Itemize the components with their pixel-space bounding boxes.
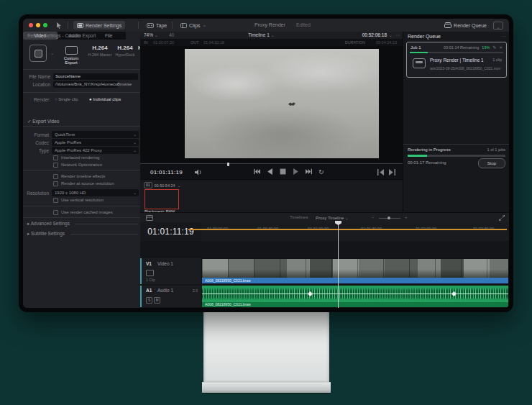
remove-job-icon[interactable]: ✕ [499, 45, 503, 50]
network-optimization-checkbox[interactable]: Network Optimization [53, 163, 102, 168]
tape-button[interactable]: Tape [143, 21, 170, 29]
resolution-dropdown[interactable]: 1920 x 1080 HD⌄ [52, 189, 139, 196]
out-label: OUT [191, 40, 199, 45]
video-clip-bar[interactable]: A008_08218950_C021.braw [202, 278, 508, 283]
timeline-selector[interactable]: Timeline 1 ⌄ [248, 32, 275, 38]
type-dropdown[interactable]: Apple ProRes 422 Proxy⌄ [52, 147, 139, 154]
render-job-card[interactable]: Job 1 00:01:14 Remaining 19% ✎ ✕ Proxy R… [406, 42, 507, 78]
checkbox-icon [53, 210, 58, 215]
export-video-checkbox[interactable]: ✓ Export Video [27, 119, 59, 124]
cursor-tool-icon[interactable] [56, 22, 62, 29]
zoom-window-button[interactable] [43, 23, 47, 27]
viewer-timecode: 00:52:06:18 [362, 32, 387, 37]
arrow-right-icon: ▸ [27, 221, 29, 226]
checkbox-icon [53, 174, 58, 179]
zoom-in-icon[interactable]: + [405, 215, 408, 219]
zoom-slider-handle[interactable] [387, 217, 390, 219]
render-status: Rendering in Progress [408, 147, 451, 152]
browse-button[interactable]: Browse [117, 82, 132, 86]
location-input[interactable]: /Volumes/Bnk_NY/Krsp/Homecoming_NR5/D [53, 81, 118, 88]
viewer-subheader: IN 01:00:07:20 OUT 01:04:32:18 DURATION … [140, 39, 403, 46]
timeline-tracks: V1 Video 1 1 Clip A008_08218950_C021.bra… [140, 241, 509, 308]
vertical-resolution-checkbox[interactable]: Use vertical resolution [53, 198, 104, 203]
play-icon[interactable] [293, 168, 299, 175]
subtitle-settings-section[interactable]: ▸ Subtitle Settings [27, 231, 65, 237]
viewer-zoom-select[interactable]: 74% ⌄ [144, 32, 158, 38]
clips-button[interactable]: Clips ⌄ [177, 21, 210, 29]
mute-icon[interactable]: M [154, 297, 160, 304]
video-clip-filmstrip[interactable] [202, 259, 508, 278]
timeline-view-icon[interactable] [146, 215, 153, 221]
job-output-path: ials/2023-08-25/A008_08218950_C021.mov [430, 66, 500, 70]
video-track-header[interactable]: V1 Video 1 1 Clip [140, 258, 202, 284]
single-clip-label: Single clip [58, 97, 78, 101]
jobs-count: 1 of 1 jobs [487, 147, 505, 152]
edit-job-icon[interactable]: ✎ [492, 45, 496, 50]
render-source-resolution-checkbox[interactable]: Render at source resolution [53, 181, 114, 186]
stop-icon[interactable] [280, 168, 286, 175]
proxy-timeline-select[interactable]: Proxy Timeline ⌄ [316, 215, 349, 220]
track-accent [140, 286, 142, 307]
solo-icon[interactable]: S [146, 297, 152, 304]
resolution-label: Resolution [23, 191, 49, 196]
resolution-value: 1920 x 1080 HD [55, 191, 86, 195]
workspace-dropdown[interactable]: ⌄ [493, 22, 503, 29]
render-queue-toggle-button[interactable]: Render Queue [441, 21, 490, 29]
render-settings-button[interactable]: Render Settings [73, 21, 125, 29]
clip-strip: 01 00:50:54:24 ⌄ Blackmagic RAW [140, 179, 403, 213]
close-window-button[interactable] [29, 23, 33, 27]
more-icon[interactable]: ⋯ [501, 34, 506, 40]
loop-icon[interactable]: ↻ [318, 169, 324, 175]
render-timeline-effects-checkbox[interactable]: Render timeline effects [53, 174, 105, 179]
export-video-label: Export Video [32, 119, 59, 124]
chevron-down-icon: ⌄ [133, 131, 137, 138]
single-clip-radio[interactable]: ○ Single clip [55, 97, 78, 101]
audio-clip-bar[interactable]: A008_08218950_C021.braw [202, 302, 508, 307]
preset-sub: H.264 Master [88, 53, 112, 57]
video-track-lane[interactable]: A008_08218950_C021.braw [201, 258, 509, 284]
preset-hyperdeck[interactable]: H.264 HyperDeck [114, 45, 137, 57]
file-name-label: File Name [23, 74, 50, 79]
minimize-window-button[interactable] [36, 23, 40, 27]
preset-custom-export[interactable]: Custom Export [58, 43, 85, 65]
preset-h264-master[interactable]: H.264 H.264 Master [88, 45, 112, 57]
audio-track-lane[interactable]: A008_08218950_C021.braw [201, 286, 509, 307]
track-enable-icon[interactable] [146, 270, 154, 276]
render-cached-checkbox[interactable]: Use render cached images [53, 210, 113, 215]
expand-panel-icon[interactable] [499, 215, 505, 221]
zoom-out-icon[interactable]: − [372, 215, 375, 219]
timeline-ruler[interactable]: 01:01:11:19 01:00:00:00 01:00:30:00 01:0… [140, 222, 509, 241]
individual-clips-radio[interactable]: ● Individual clips [89, 97, 121, 101]
audio-track-header[interactable]: A1 Audio 1 2.0 S M [140, 286, 202, 307]
clip-thumbnail[interactable] [145, 189, 179, 209]
chevron-down-icon[interactable]: ⌄ [50, 50, 54, 55]
go-to-end-icon[interactable] [306, 168, 312, 175]
match-frame-out-icon[interactable] [389, 169, 395, 176]
chevron-down-icon: ⌄ [155, 32, 158, 37]
tab-file[interactable]: File [91, 32, 126, 40]
file-name-input[interactable]: SourceName [53, 73, 138, 80]
speaker-icon[interactable] [195, 169, 203, 176]
timeline-panel: Timelines Proxy Timeline ⌄ − + 01:01:11:… [140, 212, 509, 308]
render-cached-label: Use render cached images [61, 210, 113, 214]
duration-label: DURATION [345, 40, 365, 45]
preset-custom-icon-card[interactable] [27, 45, 49, 62]
format-dropdown[interactable]: QuickTime⌄ [52, 131, 139, 138]
interlaced-rendering-checkbox[interactable]: Interlaced rendering [53, 155, 99, 160]
stop-render-button[interactable]: Stop [478, 158, 505, 168]
advanced-settings-section[interactable]: ▸ Advanced Settings [27, 221, 70, 227]
timeline-name: Timeline 1 [248, 32, 270, 37]
chevron-down-icon: ⌄ [345, 216, 349, 220]
chevron-down-icon: ⌄ [203, 22, 207, 28]
match-frame-in-icon[interactable] [377, 169, 384, 176]
more-icon[interactable]: ⋯ [396, 32, 401, 38]
chevron-down-icon[interactable]: ⌄ [178, 183, 181, 188]
step-back-icon[interactable] [267, 168, 273, 175]
go-to-start-icon[interactable] [254, 168, 260, 175]
job-progress-track [410, 52, 503, 53]
chevron-down-icon: ⌄ [133, 139, 137, 146]
render-range-indicator [188, 229, 507, 230]
codec-dropdown[interactable]: Apple ProRes⌄ [52, 139, 139, 146]
audio-clip-waveform[interactable] [202, 286, 508, 302]
chevron-down-icon[interactable]: ⌄ [389, 32, 393, 38]
